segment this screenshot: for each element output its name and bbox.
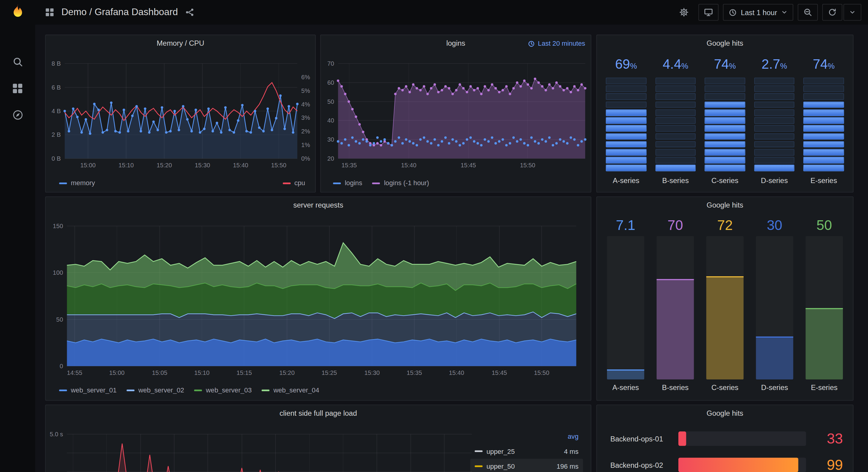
data-point <box>527 144 529 146</box>
y-axis-tick: 20 <box>327 155 334 162</box>
panel-title[interactable]: Memory / CPU <box>46 35 315 51</box>
gauge-cell-lit <box>705 117 745 124</box>
load-line <box>67 444 472 472</box>
dashboard-settings-button[interactable] <box>674 4 694 21</box>
legend-item-upper-50[interactable]: upper_50 196 ms <box>470 459 583 472</box>
data-point <box>509 142 511 145</box>
memory-cpu-chart[interactable]: 8 B6 B4 B2 B0 B6%5%4%3%2%1%0%15:0015:101… <box>46 35 316 193</box>
data-point <box>477 142 479 145</box>
legend-item-upper-25[interactable]: upper_25 4 ms <box>470 444 583 459</box>
gauge-column-D-series: 2.7%D-series <box>753 56 796 186</box>
bar-track <box>706 236 744 379</box>
data-point <box>173 110 176 112</box>
data-point <box>347 144 350 146</box>
bar-fill <box>756 336 793 379</box>
legend-item-logins-1-hour[interactable]: logins (-1 hour) <box>372 179 429 187</box>
data-point <box>241 104 244 106</box>
data-point <box>466 91 468 93</box>
server-requests-chart[interactable]: 15010050014:5515:0015:0515:1015:1515:201… <box>46 197 592 401</box>
data-point <box>452 138 454 141</box>
y-axis-tick: 70 <box>327 60 334 67</box>
data-point <box>512 137 515 139</box>
panel-google-hits-hbars: Google hits Backend-ops-0133Backend-ops-… <box>596 405 854 472</box>
data-point <box>505 144 507 146</box>
refresh-button[interactable] <box>822 4 842 21</box>
gauge-cell-lit <box>606 109 646 116</box>
data-point <box>509 93 511 95</box>
sidebar <box>0 0 35 472</box>
panel-title[interactable]: Google hits <box>597 197 853 213</box>
dashboard-grid-icon[interactable] <box>45 8 54 17</box>
cycle-view-mode-button[interactable] <box>698 4 718 21</box>
gauge-cell-lit <box>606 149 646 155</box>
data-point <box>495 142 497 145</box>
stack-band-web_server_03 <box>67 283 576 318</box>
panel-time-override[interactable]: Last 20 minutes <box>528 40 585 48</box>
data-point <box>415 87 418 90</box>
data-point <box>178 129 180 131</box>
hbar-track <box>678 432 806 446</box>
legend-item-logins[interactable]: logins <box>333 179 362 187</box>
panel-title[interactable]: client side full page load <box>46 405 591 421</box>
logins-chart[interactable]: 70605040302015:3515:4015:4515:50 <box>321 35 592 193</box>
bar-track <box>805 236 843 379</box>
gauge-cell-lit <box>804 157 844 164</box>
x-axis-tick: 15:45 <box>492 370 507 376</box>
bar-column-E-series: 50E-series <box>805 217 844 395</box>
sidebar-menu <box>12 56 23 120</box>
legend-item-web-server-04[interactable]: web_server_04 <box>261 386 319 394</box>
data-point <box>119 131 121 134</box>
x-axis-tick: 15:50 <box>271 162 286 169</box>
hbar-label: Backend-ops-02 <box>610 461 673 469</box>
data-point <box>182 105 184 108</box>
gauge-label: C-series <box>704 176 746 186</box>
data-point <box>484 138 486 141</box>
refresh-interval-dropdown[interactable] <box>843 4 861 21</box>
data-point <box>545 140 547 143</box>
gauge-value: 4.4% <box>654 56 697 74</box>
legend-item-cpu[interactable]: cpu <box>282 179 305 187</box>
legend-item-web-server-03[interactable]: web_server_03 <box>194 386 252 394</box>
gauge-cell <box>655 133 696 140</box>
data-point <box>580 140 583 143</box>
legend-item-memory[interactable]: memory <box>59 179 95 187</box>
data-point <box>534 78 536 80</box>
share-icon[interactable] <box>185 8 194 17</box>
data-point <box>376 142 379 145</box>
gauge-cell-lit <box>754 165 795 171</box>
data-point <box>455 89 458 91</box>
gauge-cell <box>655 109 696 116</box>
data-point <box>366 140 368 143</box>
gauge-cell <box>754 86 795 92</box>
legend-avg-header[interactable]: avg <box>568 432 579 440</box>
search-icon[interactable] <box>12 56 23 67</box>
panel-title[interactable]: Google hits <box>597 35 853 51</box>
grafana-logo[interactable] <box>8 3 27 22</box>
data-point <box>537 142 540 145</box>
data-point <box>194 109 197 111</box>
panel-title[interactable]: Google hits <box>597 405 853 421</box>
gauge-cell-lit <box>705 101 745 108</box>
data-point <box>562 89 565 91</box>
hbar-track <box>678 458 806 472</box>
y-axis-tick-right: 0% <box>301 155 310 162</box>
data-point <box>275 117 277 119</box>
legend-item-web-server-01[interactable]: web_server_01 <box>59 386 117 394</box>
data-point <box>409 91 411 93</box>
y-axis-tick: 4 B <box>52 108 61 114</box>
data-point <box>537 81 540 84</box>
zoom-out-time-button[interactable] <box>798 4 818 21</box>
gauge-cell-lit <box>705 109 745 116</box>
data-point <box>423 85 425 87</box>
data-point <box>89 132 91 135</box>
time-range-picker[interactable]: Last 1 hour <box>723 4 793 21</box>
chevron-down-icon <box>781 9 787 16</box>
legend-item-web-server-02[interactable]: web_server_02 <box>127 386 184 394</box>
breadcrumb[interactable]: Demo / Grafana Dashboard <box>61 7 178 18</box>
panel-title[interactable]: server requests <box>46 197 591 213</box>
gauge-cell-lit <box>804 109 844 116</box>
explore-compass-icon[interactable] <box>12 110 23 121</box>
x-axis-tick: 15:05 <box>152 370 167 376</box>
dashboards-grid-icon[interactable] <box>12 83 23 94</box>
panel-client-load: client side full page load 5.0 s avg upp… <box>45 405 591 472</box>
